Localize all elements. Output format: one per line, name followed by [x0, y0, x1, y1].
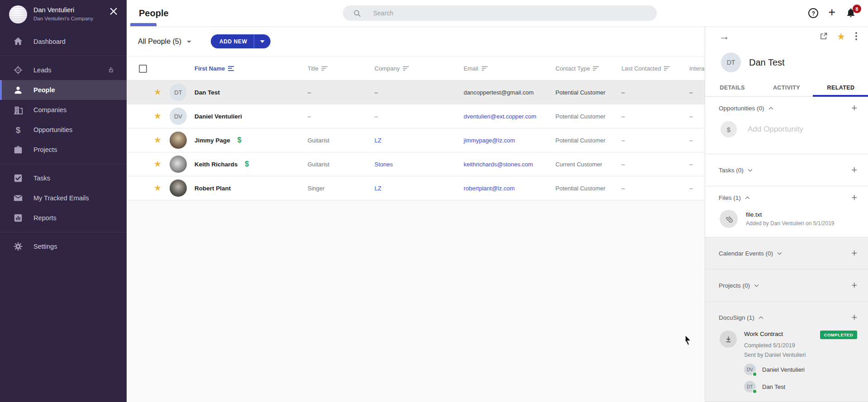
favorite-star-icon[interactable]: ★ [154, 111, 161, 121]
building-icon [13, 104, 24, 115]
title-cell: Singer [308, 185, 375, 192]
chevron-up-icon[interactable] [759, 316, 764, 319]
section-calendar-events: Calendar Events (0) + [705, 237, 868, 270]
download-icon[interactable] [720, 331, 737, 348]
company-cell[interactable]: LZ [375, 137, 464, 144]
search-input[interactable] [373, 9, 626, 17]
sidebar-item-projects[interactable]: Projects [0, 140, 127, 160]
column-header-contact-type[interactable]: Contact Type [555, 65, 621, 72]
tab-activity[interactable]: ACTIVITY [759, 79, 814, 96]
document-name[interactable]: Work Contract [744, 331, 783, 337]
section-label[interactable]: DocuSign (1) [719, 314, 754, 321]
user-block[interactable]: Dan Ventulieri Dan Ventulieri's Company [0, 0, 127, 30]
add-task-plus-icon[interactable]: + [851, 165, 857, 175]
email-cell[interactable]: keithrichards@stones.com [464, 161, 555, 168]
section-label[interactable]: Opportunities (0) [719, 105, 764, 112]
section-label[interactable]: Files (1) [719, 194, 741, 201]
title-cell: – [308, 113, 375, 120]
chevron-up-icon[interactable] [768, 107, 773, 110]
add-project-plus-icon[interactable]: + [851, 280, 857, 290]
add-docusign-plus-icon[interactable]: + [851, 312, 857, 322]
document-completed-date: Completed 5/1/2019 [744, 342, 857, 349]
interactions-cell: – [689, 89, 705, 96]
contact-type-cell: Potential Customer [555, 185, 621, 192]
company-cell[interactable]: Stones [375, 161, 464, 168]
person-name[interactable]: Daniel Ventulieri [194, 113, 242, 120]
home-icon [13, 36, 24, 47]
collapse-panel-icon[interactable]: → [719, 31, 730, 42]
help-icon[interactable]: ? [808, 8, 818, 18]
add-new-dropdown-caret[interactable] [254, 40, 270, 43]
email-cell[interactable]: robertplant@lz.com [464, 185, 555, 192]
person-name[interactable]: Jimmy Page [194, 137, 230, 144]
signer-name: Dan Test [762, 383, 785, 390]
sidebar-item-tracked-emails[interactable]: My Tracked Emails [0, 188, 127, 208]
search-bar[interactable] [343, 5, 657, 21]
sidebar-item-leads[interactable]: Leads [0, 60, 127, 80]
company-cell[interactable]: LZ [375, 185, 464, 192]
chevron-down-icon[interactable] [777, 252, 782, 255]
more-options-icon[interactable] [854, 31, 858, 41]
sidebar-item-opportunities[interactable]: $ Opportunities [0, 120, 127, 140]
chevron-up-icon[interactable] [745, 196, 750, 199]
global-add-icon[interactable]: + [828, 6, 835, 19]
sidebar-item-people[interactable]: People [0, 80, 127, 100]
column-header-last-contacted[interactable]: Last Contacted [621, 65, 689, 72]
sidebar-item-dashboard[interactable]: Dashboard [0, 32, 127, 52]
email-cell[interactable]: dancoppertest@gmail.com [464, 89, 555, 96]
docusign-item[interactable]: Work Contract COMPLETED Completed 5/1/20… [720, 331, 857, 393]
opportunity-dollar-icon: $ [245, 160, 249, 168]
person-name[interactable]: Keith Richards [194, 161, 237, 168]
person-name[interactable]: Dan Test [194, 89, 220, 96]
last-contacted-cell: – [621, 89, 689, 96]
file-meta: Added by Dan Ventulieri on 5/1/2019 [746, 220, 834, 227]
favorite-star-icon[interactable]: ★ [154, 183, 161, 193]
section-label[interactable]: Projects (0) [719, 282, 750, 289]
column-header-company[interactable]: Company [375, 65, 464, 72]
sidebar-item-reports[interactable]: Reports [0, 208, 127, 228]
add-calendar-event-plus-icon[interactable]: + [851, 248, 857, 258]
chevron-down-icon[interactable] [754, 284, 759, 287]
gear-icon [13, 241, 24, 252]
file-name[interactable]: file.txt [746, 211, 834, 218]
table-row[interactable]: ★ Robert Plant Singer LZ robertplant@lz.… [127, 176, 705, 200]
column-header-first-name[interactable]: First Name [194, 65, 308, 72]
notifications-bell-icon[interactable]: 8 [845, 7, 857, 19]
add-opportunity-plus-icon[interactable]: + [851, 103, 857, 113]
sidebar-item-settings[interactable]: Settings [0, 236, 127, 256]
select-all-checkbox[interactable] [139, 65, 147, 73]
section-opportunities: Opportunities (0) + $ Add Opportunity [705, 97, 868, 154]
tab-details[interactable]: DETAILS [705, 79, 759, 96]
column-header-email[interactable]: Email [464, 65, 555, 72]
dollar-icon: $ [13, 124, 24, 135]
section-label[interactable]: Tasks (0) [719, 167, 744, 174]
favorite-star-icon[interactable]: ★ [154, 159, 161, 169]
table-row[interactable]: ★ Keith Richards$ Guitarist Stones keith… [127, 152, 705, 176]
table-row[interactable]: ★ DV Daniel Ventulieri – – dventulieri@e… [127, 104, 705, 128]
person-name[interactable]: Robert Plant [194, 185, 231, 192]
column-header-title[interactable]: Title [308, 65, 375, 72]
tab-related[interactable]: RELATED [814, 79, 868, 96]
sidebar-item-tasks[interactable]: Tasks [0, 168, 127, 188]
close-sidebar-icon[interactable] [109, 6, 119, 16]
favorite-star-icon[interactable]: ★ [154, 87, 161, 97]
table-row[interactable]: ★ DT Dan Test – – dancoppertest@gmail.co… [127, 80, 705, 104]
open-in-new-icon[interactable] [819, 32, 828, 41]
add-file-plus-icon[interactable]: + [851, 193, 857, 203]
file-item[interactable]: file.txt Added by Dan Ventulieri on 5/1/… [720, 210, 857, 228]
add-opportunity-input[interactable]: $ Add Opportunity [721, 121, 857, 137]
section-label[interactable]: Calendar Events (0) [719, 250, 773, 257]
add-new-button[interactable]: ADD NEW [211, 34, 270, 48]
favorite-star-icon[interactable]: ★ [154, 135, 161, 145]
list-filter-dropdown[interactable]: All People (5) [138, 38, 191, 46]
favorite-star-icon[interactable]: ★ [837, 32, 845, 41]
sidebar-item-companies[interactable]: Companies [0, 100, 127, 120]
contact-type-cell: Potential Customer [555, 89, 621, 96]
table-header: First Name Title Company Email [127, 57, 705, 80]
table-row[interactable]: ★ Jimmy Page$ Guitarist LZ jimmypage@lz.… [127, 128, 705, 152]
email-cell[interactable]: jimmypage@lz.com [464, 137, 555, 144]
column-header-interactions[interactable]: Interac [689, 65, 705, 72]
email-cell[interactable]: dventulieri@ext.copper.com [464, 113, 555, 120]
chevron-down-icon[interactable] [748, 169, 753, 172]
paperclip-icon [720, 210, 738, 228]
